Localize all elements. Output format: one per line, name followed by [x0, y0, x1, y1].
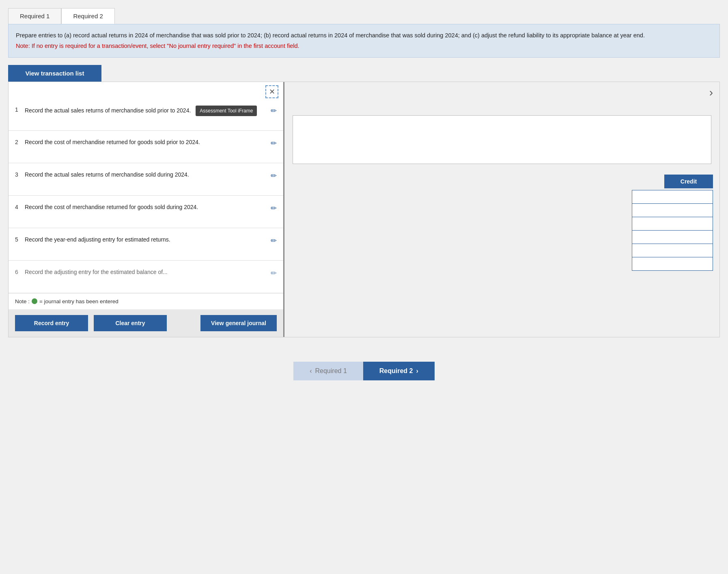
prev-chevron-icon: ‹	[310, 367, 312, 375]
credit-input-2[interactable]	[632, 203, 713, 217]
close-icon: ✕	[269, 87, 275, 96]
info-main-text: Prepare entries to (a) record actual ret…	[16, 32, 645, 39]
close-btn-row: ✕	[9, 82, 283, 98]
transaction-text-3: Record the actual sales returns of merch…	[25, 170, 267, 179]
credit-input-1[interactable]	[632, 190, 713, 204]
tab-required1[interactable]: Required 1	[8, 8, 61, 24]
credit-input-3[interactable]	[632, 217, 713, 231]
edit-icon-2[interactable]: ✏	[271, 139, 277, 148]
transaction-text-2: Record the cost of merchandise returned …	[25, 138, 267, 147]
transaction-item-6: 6 Record the adjusting entry for the est…	[9, 261, 283, 293]
tabs-row: Required 1 Required 2	[8, 8, 720, 24]
nav-next-button[interactable]: Required 2 ›	[363, 362, 435, 380]
close-button[interactable]: ✕	[265, 85, 278, 98]
prev-label: Required 1	[315, 367, 347, 375]
info-box: Prepare entries to (a) record actual ret…	[8, 24, 720, 58]
edit-icon-4[interactable]: ✏	[271, 204, 277, 213]
transaction-item-3: 3 Record the actual sales returns of mer…	[9, 163, 283, 196]
clear-entry-button[interactable]: Clear entry	[94, 315, 167, 331]
credit-input-4[interactable]	[632, 230, 713, 244]
transaction-text-5: Record the year-end adjusting entry for …	[25, 235, 267, 244]
next-chevron-icon: ›	[416, 367, 418, 375]
transaction-item-2: 2 Record the cost of merchandise returne…	[9, 131, 283, 163]
transaction-num-5: 5	[15, 236, 25, 243]
transaction-num-2: 2	[15, 139, 25, 145]
transaction-item-4: 4 Record the cost of merchandise returne…	[9, 196, 283, 228]
credit-header-cell: Credit	[664, 175, 713, 188]
note-text-end: = journal entry has been entered	[39, 298, 118, 304]
text-input-box[interactable]	[293, 115, 711, 164]
transaction-num-3: 3	[15, 171, 25, 178]
transaction-text-6: Record the adjusting entry for the estim…	[25, 268, 267, 276]
tab-required2[interactable]: Required 2	[61, 8, 114, 24]
record-entry-button[interactable]: Record entry	[15, 315, 88, 331]
note-text-start: Note :	[15, 298, 30, 304]
button-row: Record entry Clear entry View general jo…	[9, 309, 283, 337]
next-label: Required 2	[379, 367, 413, 375]
green-circle-icon	[32, 298, 37, 304]
bottom-nav: ‹ Required 1 Required 2 ›	[8, 362, 720, 393]
view-transaction-list-button[interactable]: View transaction list	[8, 65, 101, 82]
credit-input-rows	[291, 190, 713, 270]
chevron-right-button[interactable]: ›	[703, 82, 719, 103]
transaction-num-1: 1	[15, 106, 25, 113]
credit-input-row-1	[291, 190, 713, 203]
view-general-journal-button[interactable]: View general journal	[200, 315, 277, 331]
transaction-item-5: 5 Record the year-end adjusting entry fo…	[9, 228, 283, 261]
edit-icon-6[interactable]: ✏	[271, 269, 277, 278]
credit-input-row-5	[291, 244, 713, 257]
credit-input-5[interactable]	[632, 244, 713, 257]
transaction-num-6: 6	[15, 269, 25, 275]
edit-icon-3[interactable]: ✏	[271, 171, 277, 180]
journal-panel: › Credit	[284, 82, 719, 337]
credit-input-row-2	[291, 203, 713, 217]
tooltip-label: Assessment Tool iFrame	[196, 106, 257, 116]
edit-icon-1[interactable]: ✏	[271, 106, 277, 115]
main-content: ✕ 1 Record the actual sales returns of m…	[8, 82, 720, 337]
credit-input-6[interactable]	[632, 257, 713, 271]
transaction-num-4: 4	[15, 204, 25, 210]
credit-input-row-4	[291, 230, 713, 244]
credit-label-row: Credit	[291, 175, 713, 188]
transaction-list-panel: ✕ 1 Record the actual sales returns of m…	[9, 82, 284, 337]
transaction-text-1: Record the actual sales returns of merch…	[25, 106, 267, 116]
info-note-text: Note: If no entry is required for a tran…	[16, 41, 712, 50]
note-row: Note : = journal entry has been entered	[9, 293, 283, 309]
credit-table-area: Credit	[284, 168, 719, 337]
nav-prev-button[interactable]: ‹ Required 1	[293, 362, 363, 380]
transaction-text-4: Record the cost of merchandise returned …	[25, 203, 267, 211]
edit-icon-5[interactable]: ✏	[271, 236, 277, 245]
page-wrapper: Required 1 Required 2 Prepare entries to…	[0, 0, 728, 574]
credit-input-row-3	[291, 217, 713, 230]
transaction-item-1: 1 Record the actual sales returns of mer…	[9, 98, 283, 131]
credit-input-row-6	[291, 257, 713, 270]
